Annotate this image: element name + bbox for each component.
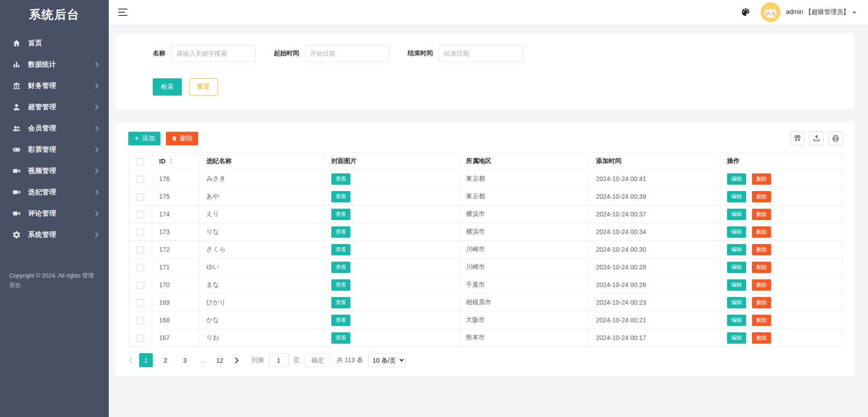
- pagination-page[interactable]: 3: [178, 353, 192, 367]
- table-row: 174 えり 查看 横浜市 2024-10-24 00:37 编辑 删除: [129, 206, 843, 223]
- theme-palette-icon[interactable]: [741, 7, 751, 17]
- select-all-checkbox[interactable]: [137, 158, 144, 165]
- filter-columns-icon[interactable]: [790, 131, 805, 145]
- cell-cover: 查看: [325, 312, 459, 329]
- cell-region: 横浜市: [459, 206, 589, 223]
- sidebar-item[interactable]: 数据统计: [0, 54, 109, 75]
- end-date-input[interactable]: [439, 45, 523, 62]
- edit-button[interactable]: 编辑: [727, 279, 746, 291]
- edit-button[interactable]: 编辑: [727, 209, 746, 220]
- cell-name: みさき: [199, 170, 325, 188]
- cell-name: かな: [199, 312, 325, 329]
- edit-button[interactable]: 编辑: [727, 262, 746, 273]
- edit-button[interactable]: 编辑: [727, 226, 746, 238]
- goto-page-input[interactable]: [269, 353, 289, 367]
- batch-delete-button[interactable]: 删除: [166, 132, 198, 145]
- row-checkbox[interactable]: [137, 317, 144, 324]
- search-button[interactable]: 检索: [153, 78, 182, 96]
- row-delete-button[interactable]: 删除: [752, 226, 771, 238]
- row-checkbox-cell: [129, 223, 152, 241]
- edit-button[interactable]: 编辑: [727, 173, 746, 185]
- reset-button[interactable]: 重置: [189, 78, 218, 96]
- plus-icon: [134, 135, 140, 141]
- edit-button[interactable]: 编辑: [727, 315, 746, 326]
- print-icon[interactable]: [829, 131, 843, 145]
- goto-prefix-label: 到第: [252, 356, 264, 364]
- row-checkbox[interactable]: [137, 299, 144, 307]
- table-row: 173 りな 查看 横浜市 2024-10-24 00:34 编辑 删除: [129, 223, 843, 241]
- sort-icon[interactable]: [169, 158, 173, 164]
- gear-icon: [12, 230, 21, 239]
- cell-time: 2024-10-24 00:28: [589, 259, 720, 276]
- sidebar-item[interactable]: 系统管理: [0, 224, 109, 245]
- user-avatar[interactable]: [761, 2, 781, 22]
- row-checkbox[interactable]: [137, 211, 144, 218]
- row-delete-button[interactable]: 删除: [752, 262, 771, 273]
- export-icon[interactable]: [810, 131, 824, 145]
- sidebar-item[interactable]: 会员管理: [0, 118, 109, 139]
- row-checkbox[interactable]: [137, 264, 144, 271]
- page-size-select[interactable]: 10 条/页: [369, 353, 406, 367]
- sidebar-item-label: 首页: [28, 39, 42, 48]
- chevron-right-icon: [95, 104, 99, 110]
- sidebar-item[interactable]: 超管管理: [0, 96, 109, 118]
- row-checkbox[interactable]: [137, 246, 144, 254]
- row-delete-button[interactable]: 删除: [752, 315, 771, 326]
- view-cover-button[interactable]: 查看: [331, 209, 350, 220]
- view-cover-button[interactable]: 查看: [331, 226, 350, 238]
- sidebar-item-label: 会员管理: [28, 124, 56, 133]
- cell-cover: 查看: [325, 276, 459, 294]
- pagination-page[interactable]: 2: [159, 353, 172, 367]
- cell-region: 大阪市: [459, 312, 589, 329]
- view-cover-button[interactable]: 查看: [331, 332, 350, 344]
- cell-time: 2024-10-24 00:21: [589, 312, 720, 329]
- sidebar-item[interactable]: 首页: [0, 33, 109, 54]
- table-row: 168 かな 查看 大阪市 2024-10-24 00:21 编辑 删除: [129, 312, 843, 329]
- row-delete-button[interactable]: 删除: [752, 332, 771, 344]
- row-delete-button[interactable]: 删除: [752, 244, 771, 255]
- edit-button[interactable]: 编辑: [727, 297, 746, 308]
- sidebar-item-label: 超管管理: [28, 103, 56, 111]
- pagination-next-icon[interactable]: [234, 357, 239, 364]
- row-checkbox[interactable]: [137, 176, 144, 183]
- menu-collapse-icon[interactable]: [118, 8, 128, 16]
- pagination-page[interactable]: 1: [139, 353, 153, 367]
- column-header-time: 添加时间: [589, 153, 720, 170]
- pagination-prev-icon[interactable]: [128, 357, 133, 364]
- edit-button[interactable]: 编辑: [727, 244, 746, 255]
- edit-button[interactable]: 编辑: [727, 191, 746, 202]
- goto-confirm-button[interactable]: 确定: [305, 353, 330, 367]
- row-checkbox[interactable]: [137, 335, 144, 342]
- sidebar: 系统后台 首页数据统计财务管理超管管理会员管理彩票管理视频管理选妃管理评论管理系…: [0, 0, 109, 417]
- sidebar-item[interactable]: 选妃管理: [0, 182, 109, 203]
- sidebar-item[interactable]: 视频管理: [0, 160, 109, 182]
- view-cover-button[interactable]: 查看: [331, 297, 350, 308]
- add-button[interactable]: 添加: [128, 132, 160, 145]
- name-input[interactable]: [171, 45, 256, 62]
- sidebar-item[interactable]: 评论管理: [0, 203, 109, 224]
- view-cover-button[interactable]: 查看: [331, 244, 350, 255]
- view-cover-button[interactable]: 查看: [331, 279, 350, 291]
- start-date-input[interactable]: [305, 45, 389, 62]
- cell-ops: 编辑 删除: [720, 312, 843, 329]
- chevron-right-icon: [95, 147, 99, 153]
- view-cover-button[interactable]: 查看: [331, 315, 350, 326]
- sidebar-item[interactable]: 彩票管理: [0, 139, 109, 160]
- row-delete-button[interactable]: 删除: [752, 173, 771, 185]
- search-buttons-row: 检索 重置: [153, 78, 840, 96]
- row-checkbox[interactable]: [137, 282, 144, 289]
- row-delete-button[interactable]: 删除: [752, 279, 771, 291]
- edit-button[interactable]: 编辑: [727, 332, 746, 344]
- view-cover-button[interactable]: 查看: [331, 173, 350, 185]
- view-cover-button[interactable]: 查看: [331, 191, 350, 202]
- row-checkbox[interactable]: [137, 193, 144, 201]
- row-delete-button[interactable]: 删除: [752, 209, 771, 220]
- row-delete-button[interactable]: 删除: [752, 191, 771, 202]
- user-menu[interactable]: admin 【超级管理员】: [786, 8, 856, 16]
- sidebar-item[interactable]: 财务管理: [0, 75, 109, 96]
- row-delete-button[interactable]: 删除: [752, 297, 771, 308]
- pagination-page[interactable]: 12: [213, 353, 227, 367]
- row-checkbox[interactable]: [137, 229, 144, 236]
- table-row: 176 みさき 查看 東京都 2024-10-24 00:41 编辑 删除: [129, 170, 843, 188]
- view-cover-button[interactable]: 查看: [331, 262, 350, 273]
